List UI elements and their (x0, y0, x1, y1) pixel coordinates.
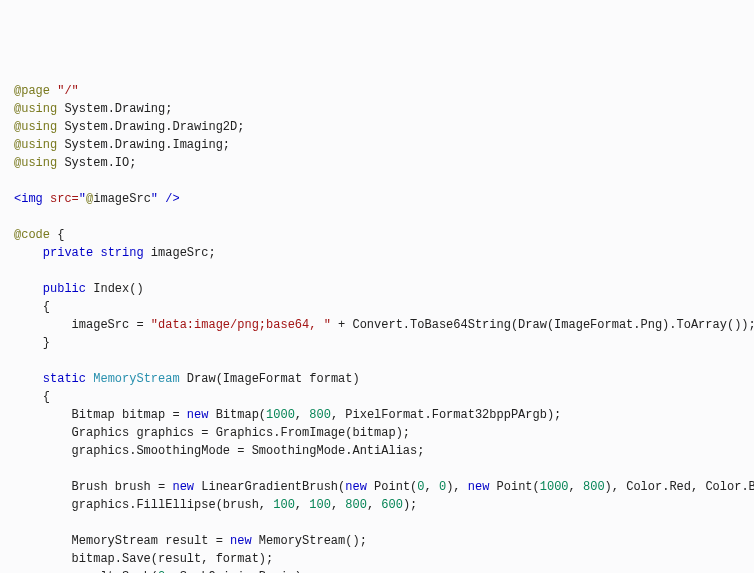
keyword: private (43, 246, 93, 260)
tag-open: <img (14, 192, 43, 206)
line: @using System.Drawing.Imaging; (14, 138, 230, 152)
text: graphics.FillEllipse(brush, (72, 498, 274, 512)
text: ), (446, 480, 468, 494)
razor-directive: @using (14, 120, 57, 134)
text: , (367, 498, 381, 512)
code-block: @page "/" @using System.Drawing; @using … (0, 72, 754, 573)
text: , (331, 498, 345, 512)
line: @using System.IO; (14, 156, 136, 170)
string-literal: "data:image/png;base64, " (151, 318, 331, 332)
line: Graphics graphics = Graphics.FromImage(b… (14, 426, 410, 440)
line: { (14, 300, 50, 314)
keyword: public (43, 282, 86, 296)
expr-ident: imageSrc (93, 192, 151, 206)
brace: { (43, 390, 50, 404)
text: Bitmap bitmap = (72, 408, 187, 422)
assign-rhs: + Convert.ToBase64String(Draw(ImageForma… (331, 318, 754, 332)
type: MemoryStream (93, 372, 179, 386)
text: ); (403, 498, 417, 512)
line: private string imageSrc; (14, 246, 216, 260)
razor-directive: @code (14, 228, 50, 242)
text: , (425, 480, 439, 494)
number: 100 (309, 498, 331, 512)
razor-directive: @using (14, 138, 57, 152)
statement: bitmap.Save(result, format); (72, 552, 274, 566)
text: , (295, 498, 309, 512)
number: 800 (345, 498, 367, 512)
keyword: new (187, 408, 209, 422)
text: , (569, 480, 583, 494)
razor-directive: @using (14, 156, 57, 170)
attr-name: src= (50, 192, 79, 206)
line: public Index() (14, 282, 144, 296)
namespace: System.Drawing.Drawing2D; (64, 120, 244, 134)
line: Bitmap bitmap = new Bitmap(1000, 800, Pi… (14, 408, 561, 422)
line: } (14, 336, 50, 350)
line: @using System.Drawing.Drawing2D; (14, 120, 244, 134)
number: 0 (417, 480, 424, 494)
line: static MemoryStream Draw(ImageFormat for… (14, 372, 360, 386)
text: Bitmap( (208, 408, 266, 422)
line: MemoryStream result = new MemoryStream()… (14, 534, 367, 548)
number: 1000 (540, 480, 569, 494)
brace: } (43, 336, 50, 350)
keyword: new (345, 480, 367, 494)
razor-directive: @using (14, 102, 57, 116)
line: { (14, 390, 50, 404)
line: @code { (14, 228, 64, 242)
line: <img src="@imageSrc" /> (14, 192, 180, 206)
brace: { (50, 228, 64, 242)
text: , PixelFormat.Format32bppPArgb); (331, 408, 561, 422)
text: Brush brush = (72, 480, 173, 494)
text: , (295, 408, 309, 422)
line: graphics.FillEllipse(brush, 100, 100, 80… (14, 498, 417, 512)
statement: Graphics graphics = Graphics.FromImage(b… (72, 426, 410, 440)
text: LinearGradientBrush( (194, 480, 345, 494)
namespace: System.Drawing.Imaging; (64, 138, 230, 152)
number: 800 (583, 480, 605, 494)
line: graphics.SmoothingMode = SmoothingMode.A… (14, 444, 424, 458)
method-signature: Draw(ImageFormat format) (180, 372, 360, 386)
line: imageSrc = "data:image/png;base64, " + C… (14, 318, 754, 332)
keyword: string (100, 246, 143, 260)
statement: graphics.SmoothingMode = SmoothingMode.A… (72, 444, 425, 458)
text: Point( (367, 480, 417, 494)
razor-directive: @page (14, 84, 50, 98)
identifier: imageSrc; (144, 246, 216, 260)
namespace: System.Drawing; (64, 102, 172, 116)
method-name: Index() (86, 282, 144, 296)
brace: { (43, 300, 50, 314)
assign-lhs: imageSrc = (72, 318, 151, 332)
tag-close: /> (158, 192, 180, 206)
text: ), Color.Red, Color.Blue); (605, 480, 754, 494)
number: 1000 (266, 408, 295, 422)
text: MemoryStream result = (72, 534, 230, 548)
string-literal: "/" (57, 84, 79, 98)
line: @using System.Drawing; (14, 102, 172, 116)
line: bitmap.Save(result, format); (14, 552, 273, 566)
keyword: new (172, 480, 194, 494)
keyword: static (43, 372, 86, 386)
attr-close: " (151, 192, 158, 206)
line: @page "/" (14, 84, 79, 98)
keyword: new (468, 480, 490, 494)
number: 800 (309, 408, 331, 422)
line: Brush brush = new LinearGradientBrush(ne… (14, 480, 754, 494)
keyword: new (230, 534, 252, 548)
number: 600 (381, 498, 403, 512)
text: Point( (489, 480, 539, 494)
number: 100 (273, 498, 295, 512)
text: MemoryStream(); (252, 534, 367, 548)
namespace: System.IO; (64, 156, 136, 170)
attr-open: " (79, 192, 86, 206)
